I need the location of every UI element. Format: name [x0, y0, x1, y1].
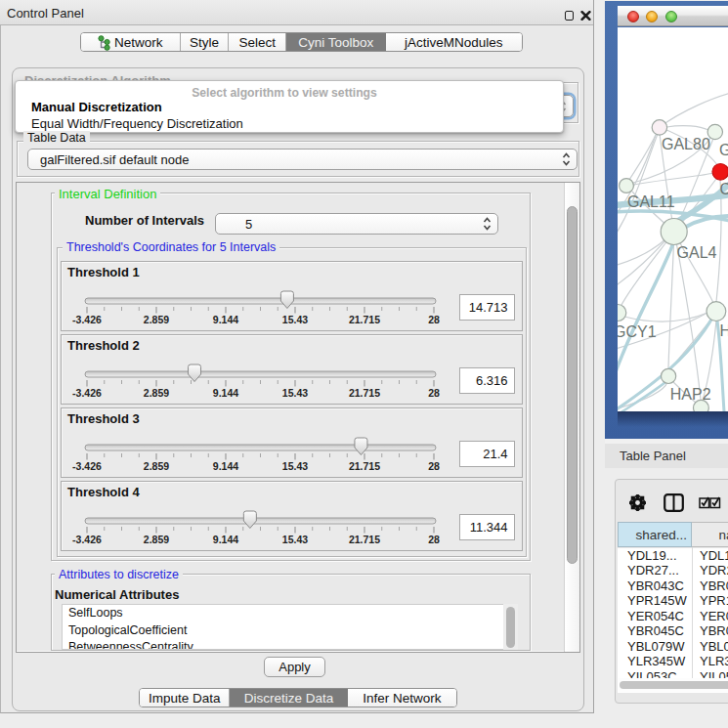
svg-text:21.715: 21.715	[349, 314, 380, 325]
svg-text:-3.426: -3.426	[72, 460, 102, 472]
svg-text:GA: GA	[719, 142, 728, 158]
svg-text:H: H	[720, 322, 728, 339]
svg-text:9.144: 9.144	[213, 460, 238, 472]
svg-text:9.144: 9.144	[213, 387, 238, 399]
svg-text:28: 28	[428, 387, 440, 399]
svg-text:GAL11: GAL11	[627, 193, 675, 210]
svg-text:GCY1: GCY1	[618, 323, 657, 340]
svg-text:-3.426: -3.426	[72, 387, 102, 399]
svg-text:-3.426: -3.426	[72, 534, 102, 545]
svg-text:9.144: 9.144	[213, 534, 238, 545]
svg-text:9.144: 9.144	[213, 314, 238, 325]
svg-text:21.715: 21.715	[349, 387, 380, 399]
svg-text:15.43: 15.43	[282, 534, 308, 545]
svg-text:15.43: 15.43	[282, 314, 308, 325]
svg-text:2.859: 2.859	[144, 460, 169, 472]
svg-text:28: 28	[428, 460, 440, 472]
svg-text:21.715: 21.715	[349, 460, 380, 472]
svg-text:28: 28	[428, 534, 440, 545]
svg-text:28: 28	[428, 314, 440, 325]
svg-text:2.859: 2.859	[144, 314, 169, 325]
svg-text:15.43: 15.43	[282, 387, 308, 399]
svg-text:2.859: 2.859	[144, 534, 169, 545]
svg-text:HAP2: HAP2	[670, 386, 711, 403]
svg-text:GAL80: GAL80	[662, 136, 710, 152]
svg-text:-3.426: -3.426	[72, 314, 102, 325]
svg-text:GAL4: GAL4	[677, 244, 717, 261]
svg-text:C: C	[720, 181, 728, 197]
svg-text:21.715: 21.715	[349, 534, 380, 545]
svg-text:15.43: 15.43	[282, 460, 308, 472]
svg-text:2.859: 2.859	[144, 387, 169, 399]
